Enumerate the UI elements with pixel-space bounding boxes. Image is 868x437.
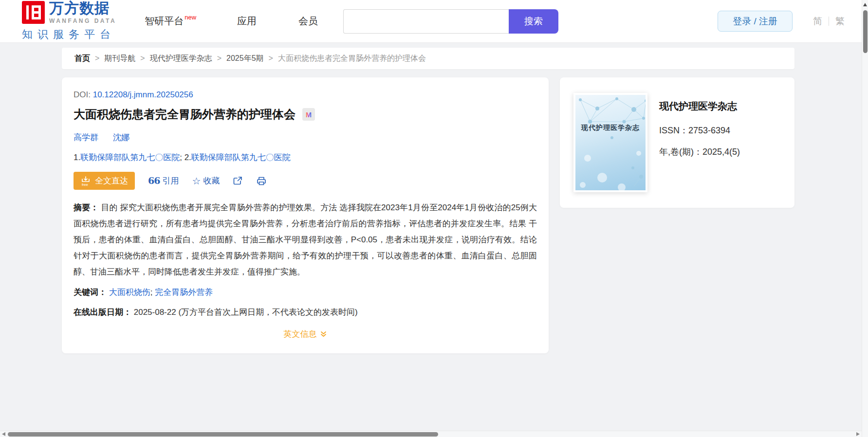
affiliation-link[interactable]: 联勤保障部队第九七〇医院 xyxy=(80,153,180,162)
horizontal-scroll-thumb[interactable] xyxy=(8,432,438,437)
breadcrumb: 首页 > 期刊导航 > 现代护理医学杂志 > 2025年5期 > 大面积烧伤患者… xyxy=(62,48,794,69)
nav-item-label: 会员 xyxy=(298,16,318,26)
vertical-scroll-thumb[interactable] xyxy=(863,10,868,53)
share-icon xyxy=(233,176,243,186)
scroll-left-arrow[interactable] xyxy=(2,432,5,436)
volume-label: 年,卷(期)： xyxy=(659,147,702,157)
breadcrumb-current-article: 大面积烧伤患者完全胃肠外营养的护理体会 xyxy=(278,54,426,64)
journal-cover-title: 现代护理医学杂志 xyxy=(575,124,646,132)
affiliation-link[interactable]: 联勤保障部队第九七〇医院 xyxy=(191,153,291,162)
online-pubdate-row: 在线出版日期： 2025-08-22 (万方平台首次上网日期，不代表论文的发表时… xyxy=(74,307,537,318)
abstract-paragraph: 摘要： 目的 探究大面积烧伤患者开展完全胃肠外营养的护理效果。方法 选择我院在2… xyxy=(74,200,537,280)
search-bar: 搜索 xyxy=(343,9,558,34)
nav-item-member[interactable]: 会员 xyxy=(298,15,318,28)
m-badge-icon[interactable]: M xyxy=(302,108,315,121)
fulltext-button[interactable]: free 全文直达 xyxy=(74,172,135,190)
affiliation-number: 1. xyxy=(74,153,80,162)
issn-value: 2753-6394 xyxy=(688,126,730,135)
svg-text:free: free xyxy=(82,182,88,186)
breadcrumb-home[interactable]: 首页 xyxy=(74,54,90,64)
journal-cover[interactable]: 现代护理医学杂志 xyxy=(573,93,647,192)
language-switch: 简 繁 xyxy=(813,15,845,28)
breadcrumb-separator: > xyxy=(217,54,222,63)
doi-label: DOI: xyxy=(74,90,91,99)
lang-simplified[interactable]: 简 xyxy=(813,15,822,28)
author-list: 高学群 沈娜 xyxy=(74,132,537,143)
horizontal-scrollbar[interactable] xyxy=(0,431,862,437)
nav-item-zhiyan[interactable]: 智研平台new xyxy=(145,15,195,28)
login-register-button[interactable]: 登录 / 注册 xyxy=(718,11,793,32)
share-button[interactable] xyxy=(233,176,243,186)
breadcrumb-journal[interactable]: 现代护理医学杂志 xyxy=(150,54,212,64)
lang-divider xyxy=(829,17,829,26)
favorite-label: 收藏 xyxy=(203,175,220,186)
chevron-double-down-icon xyxy=(320,330,327,338)
breadcrumb-issue[interactable]: 2025年5期 xyxy=(226,54,264,64)
journal-volume-row: 年,卷(期)：2025,4(5) xyxy=(659,146,740,158)
english-info-toggle[interactable]: 英文信息 xyxy=(284,328,327,340)
nav-item-label: 应用 xyxy=(237,16,257,26)
nav-item-label: 智研平台 xyxy=(145,16,184,26)
search-button[interactable]: 搜索 xyxy=(509,9,558,34)
scroll-up-arrow[interactable] xyxy=(863,3,867,6)
cite-label: 引用 xyxy=(162,175,179,186)
wanfang-logo[interactable]: 万方数据 WANFANG DATA 知识服务平台 xyxy=(22,1,116,42)
breadcrumb-separator: > xyxy=(95,54,99,63)
star-icon: ☆ xyxy=(192,176,201,186)
lang-traditional[interactable]: 繁 xyxy=(835,15,845,28)
pubdate-value: 2025-08-22 xyxy=(134,308,176,317)
printer-icon xyxy=(256,176,267,186)
main-nav: 智研平台new 应用 会员 xyxy=(145,15,318,28)
fulltext-download-icon: free xyxy=(80,176,91,186)
pubdate-label: 在线出版日期： xyxy=(74,308,131,317)
pubdate-note: (万方平台首次上网日期，不代表论文的发表时间) xyxy=(178,308,357,317)
breadcrumb-separator: > xyxy=(269,54,273,63)
keyword-separator: ; xyxy=(150,288,155,297)
new-badge: new xyxy=(185,14,196,21)
doi-link[interactable]: 10.12208/j.jmnm.20250256 xyxy=(93,90,193,99)
top-header: 万方数据 WANFANG DATA 知识服务平台 智研平台new 应用 会员 搜… xyxy=(0,0,868,43)
fulltext-label: 全文直达 xyxy=(95,175,128,186)
scroll-right-arrow[interactable] xyxy=(856,432,860,436)
journal-cover-art xyxy=(575,95,647,192)
search-input[interactable] xyxy=(343,9,509,34)
keyword-link[interactable]: 大面积烧伤 xyxy=(109,288,150,297)
journal-info-card: 现代护理医学杂志 现代护理医学杂志 ISSN：2753-6394 年,卷(期)：… xyxy=(560,77,794,208)
logo-subtitle: 知识服务平台 xyxy=(22,27,116,42)
logo-title-en: WANFANG DATA xyxy=(49,18,116,24)
print-button[interactable] xyxy=(256,176,267,186)
nav-item-apps[interactable]: 应用 xyxy=(237,15,257,28)
vertical-scrollbar[interactable] xyxy=(862,0,868,437)
cite-button[interactable]: 66 引用 xyxy=(148,175,179,186)
author-link[interactable]: 沈娜 xyxy=(113,132,129,143)
favorite-button[interactable]: ☆ 收藏 xyxy=(192,175,220,186)
issn-label: ISSN： xyxy=(659,126,688,135)
article-title: 大面积烧伤患者完全胃肠外营养的护理体会 xyxy=(74,107,295,122)
keywords-label: 关键词： xyxy=(74,288,107,297)
affiliation-list: 1.联勤保障部队第九七〇医院; 2.联勤保障部队第九七〇医院 xyxy=(74,152,537,163)
breadcrumb-journal-nav[interactable]: 期刊导航 xyxy=(104,54,135,64)
wanfang-logo-icon xyxy=(22,1,45,24)
volume-value: 2025,4(5) xyxy=(702,147,740,157)
abstract-text: 目的 探究大面积烧伤患者开展完全胃肠外营养的护理效果。方法 选择我院在2023年… xyxy=(74,203,537,276)
doi-row: DOI: 10.12208/j.jmnm.20250256 xyxy=(74,90,537,100)
abstract-label: 摘要： xyxy=(74,203,98,212)
logo-title-cn: 万方数据 xyxy=(49,1,116,16)
author-link[interactable]: 高学群 xyxy=(74,132,98,143)
affiliation-number: 2. xyxy=(185,153,191,162)
journal-issn-row: ISSN：2753-6394 xyxy=(659,125,740,136)
english-info-label: 英文信息 xyxy=(284,328,317,340)
quote-icon: 66 xyxy=(148,176,160,185)
journal-name[interactable]: 现代护理医学杂志 xyxy=(659,100,740,113)
article-action-bar: free 全文直达 66 引用 ☆ 收藏 xyxy=(74,172,537,190)
keyword-link[interactable]: 完全胃肠外营养 xyxy=(155,288,213,297)
keywords-row: 关键词： 大面积烧伤; 完全胃肠外营养 xyxy=(74,287,537,298)
article-detail-card: DOI: 10.12208/j.jmnm.20250256 大面积烧伤患者完全胃… xyxy=(62,77,549,353)
breadcrumb-separator: > xyxy=(140,54,145,63)
affiliation-separator: ; xyxy=(180,153,184,162)
